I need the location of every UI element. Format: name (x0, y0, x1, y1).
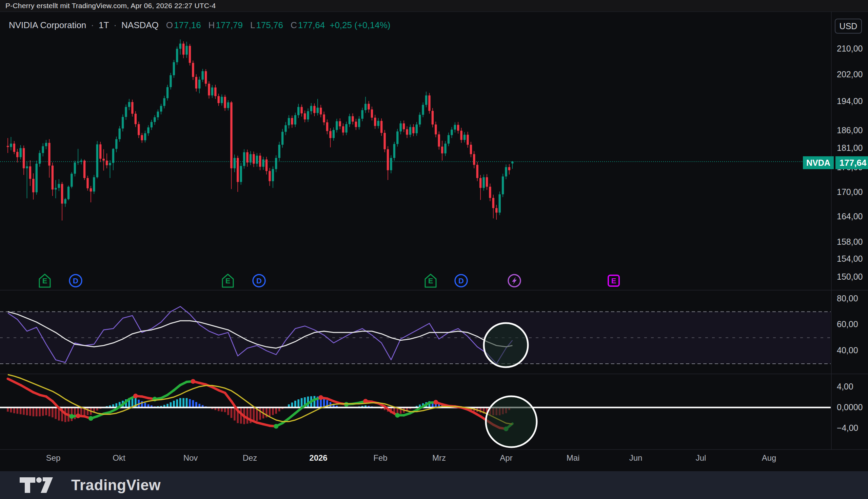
price-axis-label: 194,00 (837, 96, 863, 106)
earnings-icon[interactable]: E (222, 274, 233, 287)
svg-text:D: D (256, 277, 262, 285)
time-axis-label: 2026 (309, 453, 327, 462)
time-axis-label: Mai (566, 453, 580, 462)
time-axis-label: Dez (243, 453, 257, 462)
exchange-label: NASDAQ (121, 20, 159, 31)
last-price-tag: NVDA 177,64 (803, 156, 868, 169)
price-change: +0,25 (+0,14%) (330, 20, 390, 31)
svg-text:E: E (225, 277, 231, 285)
tradingview-logo-icon[interactable] (20, 477, 60, 493)
macd-highlight-circle[interactable] (486, 396, 537, 447)
svg-text:D: D (459, 277, 464, 285)
time-axis-label: Jun (629, 453, 643, 462)
macd-pane[interactable] (0, 375, 831, 431)
last-price-value: 177,64 (835, 156, 868, 169)
price-axis-label: 202,00 (837, 70, 863, 79)
ohlc-low: L 175,76 (250, 20, 283, 31)
time-axis-label: Mrz (432, 453, 446, 462)
snapshot-credit: P-Cherry erstellt mit TradingView.com, A… (5, 2, 216, 10)
macd-axis-label: −4,00 (837, 423, 858, 433)
earnings-icon[interactable]: E (39, 274, 50, 287)
time-axis-label: Okt (112, 453, 125, 462)
ohlc-close: C 177,64 (291, 20, 325, 31)
currency-toggle-button[interactable]: USD (835, 19, 862, 34)
legend-separator: · (113, 20, 117, 31)
footer-bar: TradingView (0, 471, 868, 499)
price-axis-label: 210,00 (837, 44, 863, 53)
price-axis-label: 186,00 (837, 125, 863, 135)
ohlc-open: O 177,16 (166, 20, 201, 31)
price-axis-label: 164,00 (837, 211, 863, 221)
time-axis-label: Apr (500, 453, 512, 462)
rsi-pane[interactable] (0, 306, 831, 364)
svg-text:E: E (428, 277, 433, 285)
snapshot-header-bar: P-Cherry erstellt mit TradingView.com, A… (0, 0, 868, 12)
rsi-axis-label: 80,00 (837, 294, 858, 303)
svg-text:D: D (73, 277, 78, 285)
time-axis-label: Sep (46, 453, 61, 462)
legend-separator: · (91, 20, 94, 31)
rsi-highlight-circle[interactable] (484, 323, 528, 367)
chart-legend: NVIDIA Corporation · 1T · NASDAQ O 177,1… (9, 20, 390, 31)
tradingview-logo-text[interactable]: TradingView (71, 477, 161, 494)
svg-text:E: E (611, 277, 616, 285)
chart-canvas[interactable]: EDEDEDE210,00202,00194,00186,00181,00176… (0, 12, 868, 472)
price-axis-label: 158,00 (837, 237, 863, 246)
time-axis-label: Feb (373, 453, 387, 462)
power-event-icon[interactable] (508, 275, 521, 287)
time-axis-label: Aug (762, 453, 777, 462)
candlestick-series[interactable] (0, 39, 831, 220)
price-axis-label: 154,00 (837, 254, 863, 264)
price-axis-label: 150,00 (837, 272, 863, 281)
time-axis-label: Nov (183, 453, 198, 462)
price-axis-label: 181,00 (837, 143, 863, 153)
ohlc-high: H 177,79 (209, 20, 243, 31)
svg-text:E: E (42, 277, 48, 285)
price-axis-label: 170,00 (837, 187, 863, 197)
rsi-axis-label: 40,00 (837, 345, 858, 355)
split-event-icon[interactable]: E (608, 275, 619, 286)
chart-widget[interactable]: EDEDEDE210,00202,00194,00186,00181,00176… (0, 12, 868, 471)
tradingview-snapshot: P-Cherry erstellt mit TradingView.com, A… (0, 0, 868, 499)
rsi-axis-label: 60,00 (837, 319, 858, 329)
time-axis-label: Jul (696, 453, 706, 462)
dividend-icon[interactable]: D (253, 275, 265, 287)
ticker-symbol-label: NVDA (803, 156, 834, 169)
interval-label: 1T (99, 20, 109, 31)
earnings-icon[interactable]: E (425, 274, 436, 287)
symbol-name: NVIDIA Corporation (9, 20, 86, 31)
dividend-icon[interactable]: D (70, 275, 82, 287)
dividend-icon[interactable]: D (455, 275, 467, 287)
macd-axis-label: 4,00 (837, 382, 853, 391)
event-markers-row: EDEDEDE (39, 274, 619, 287)
time-scale[interactable]: SepOktNovDez2026FebMrzAprMaiJunJulAug (46, 453, 777, 462)
macd-axis-label: 0,0000 (837, 402, 863, 412)
price-scale[interactable]: 210,00202,00194,00186,00181,00176,00170,… (837, 44, 863, 433)
